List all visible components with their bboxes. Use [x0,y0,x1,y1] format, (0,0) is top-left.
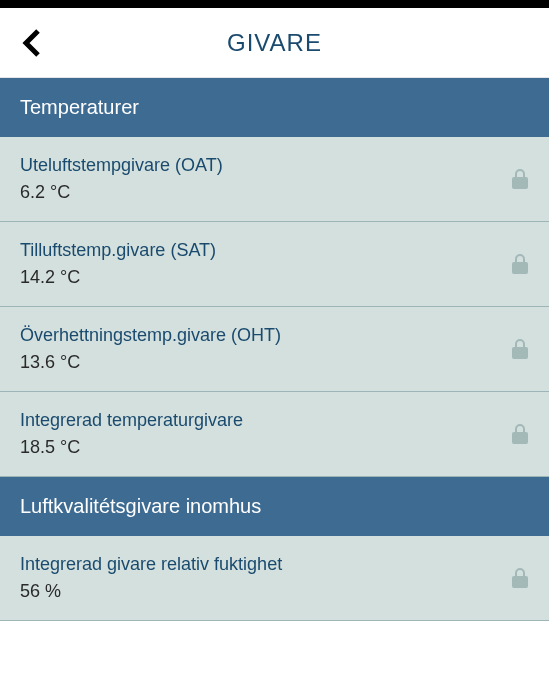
list-item[interactable]: Överhettningstemp.givare (OHT) 13.6 °C [0,307,549,392]
list-item[interactable]: Integrerad givare relativ fuktighet 56 % [0,536,549,621]
list-item[interactable]: Tilluftstemp.givare (SAT) 14.2 °C [0,222,549,307]
list-item-content: Tilluftstemp.givare (SAT) 14.2 °C [20,240,511,288]
sensor-value: 56 % [20,581,511,602]
page-title: GIVARE [16,29,533,57]
list-item-content: Integrerad givare relativ fuktighet 56 % [20,554,511,602]
sensor-value: 18.5 °C [20,437,511,458]
header: GIVARE [0,8,549,78]
lock-icon [511,253,529,275]
sensor-label: Överhettningstemp.givare (OHT) [20,325,511,346]
back-button[interactable] [20,27,42,59]
sensor-label: Integrerad temperaturgivare [20,410,511,431]
lock-icon [511,423,529,445]
sensor-label: Uteluftstempgivare (OAT) [20,155,511,176]
lock-icon [511,567,529,589]
lock-icon [511,338,529,360]
chevron-left-icon [20,27,42,59]
status-bar [0,0,549,8]
sensor-label: Tilluftstemp.givare (SAT) [20,240,511,261]
list-item[interactable]: Uteluftstempgivare (OAT) 6.2 °C [0,137,549,222]
section-header-luftkvalitet: Luftkvalitétsgivare inomhus [0,477,549,536]
list-item-content: Uteluftstempgivare (OAT) 6.2 °C [20,155,511,203]
list-item-content: Integrerad temperaturgivare 18.5 °C [20,410,511,458]
lock-icon [511,168,529,190]
sensor-value: 13.6 °C [20,352,511,373]
list-item-content: Överhettningstemp.givare (OHT) 13.6 °C [20,325,511,373]
sensor-value: 6.2 °C [20,182,511,203]
list-item[interactable]: Integrerad temperaturgivare 18.5 °C [0,392,549,477]
sensor-label: Integrerad givare relativ fuktighet [20,554,511,575]
sensor-value: 14.2 °C [20,267,511,288]
section-header-temperaturer: Temperaturer [0,78,549,137]
